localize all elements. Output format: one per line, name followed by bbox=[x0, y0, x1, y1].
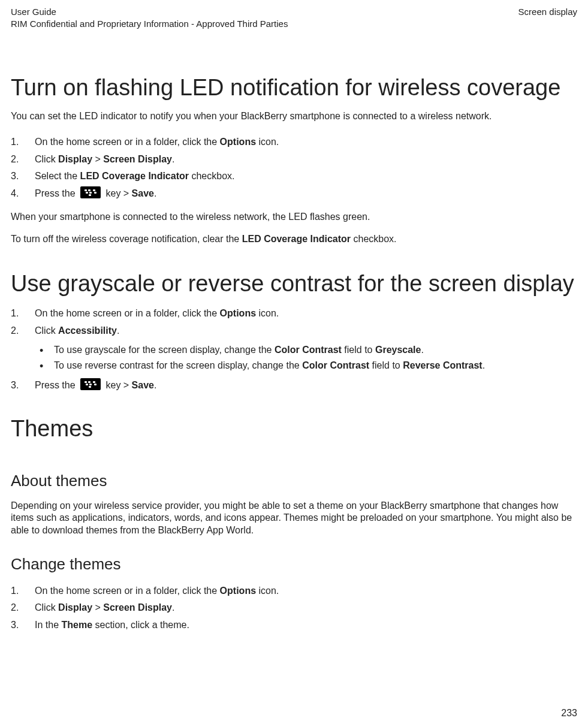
section3-sub1-heading: About themes bbox=[11, 472, 577, 490]
svg-rect-9 bbox=[93, 381, 95, 383]
svg-rect-1 bbox=[88, 189, 91, 191]
svg-rect-6 bbox=[89, 194, 91, 196]
page-content: Turn on flashing LED notification for wi… bbox=[11, 74, 577, 633]
section2-step1: On the home screen or in a folder, click… bbox=[11, 306, 577, 321]
header-right: Screen display bbox=[518, 6, 577, 29]
header-doc-title: User Guide bbox=[11, 6, 288, 18]
section3-heading: Themes bbox=[11, 415, 577, 443]
section3-sub1-para: Depending on your wireless service provi… bbox=[11, 500, 577, 537]
section1-intro: You can set the LED indicator to notify … bbox=[11, 110, 577, 123]
section2-bullet1: To use grayscale for the screen display,… bbox=[35, 342, 577, 358]
svg-rect-2 bbox=[93, 189, 95, 191]
section3-sub2-step3: In the Theme section, click a theme. bbox=[11, 617, 577, 633]
blackberry-key-icon bbox=[80, 378, 101, 390]
svg-rect-3 bbox=[86, 192, 88, 194]
section2-steps: On the home screen or in a folder, click… bbox=[11, 306, 577, 393]
section1-heading: Turn on flashing LED notification for wi… bbox=[11, 74, 577, 102]
blackberry-key-icon bbox=[80, 186, 101, 198]
section3-sub2-steps: On the home screen or in a folder, click… bbox=[11, 583, 577, 633]
svg-rect-11 bbox=[89, 384, 92, 385]
svg-rect-13 bbox=[89, 386, 91, 388]
svg-rect-8 bbox=[88, 381, 91, 383]
svg-rect-0 bbox=[85, 189, 87, 191]
svg-rect-4 bbox=[89, 192, 92, 194]
section1-step2: Click Display > Screen Display. bbox=[11, 152, 577, 167]
section3-sub2-step2: Click Display > Screen Display. bbox=[11, 600, 577, 616]
header-confidential: RIM Confidential and Proprietary Informa… bbox=[11, 18, 288, 30]
svg-rect-5 bbox=[94, 192, 97, 194]
section3-sub2-step1: On the home screen or in a folder, click… bbox=[11, 583, 577, 599]
section1-para2: To turn off the wireless coverage notifi… bbox=[11, 233, 577, 246]
section1-steps: On the home screen or in a folder, click… bbox=[11, 134, 577, 201]
section1-para1: When your smartphone is connected to the… bbox=[11, 211, 577, 224]
section2-heading: Use grayscale or reverse contrast for th… bbox=[11, 270, 577, 298]
section2-step2: Click Accessibility. To use grayscale fo… bbox=[11, 323, 577, 374]
section2-bullet2: To use reverse contrast for the screen d… bbox=[35, 358, 577, 373]
section1-step4: Press the key > Save. bbox=[11, 186, 577, 201]
header-left: User Guide RIM Confidential and Propriet… bbox=[11, 6, 288, 29]
page-header: User Guide RIM Confidential and Propriet… bbox=[11, 6, 577, 29]
section2-step3: Press the key > Save. bbox=[11, 378, 577, 393]
svg-rect-7 bbox=[85, 381, 87, 383]
svg-rect-12 bbox=[94, 384, 97, 385]
section1-step1: On the home screen or in a folder, click… bbox=[11, 134, 577, 150]
section3-sub2-heading: Change themes bbox=[11, 555, 577, 574]
page-number: 233 bbox=[561, 708, 577, 719]
svg-rect-10 bbox=[86, 384, 88, 385]
section2-bullets: To use grayscale for the screen display,… bbox=[35, 342, 577, 374]
section1-step3: Select the LED Coverage Indicator checkb… bbox=[11, 168, 577, 184]
